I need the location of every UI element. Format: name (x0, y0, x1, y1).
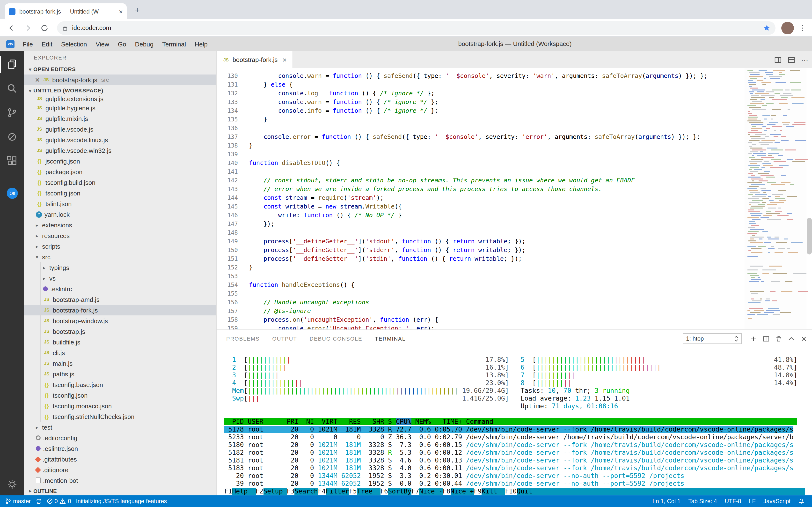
more-actions-icon[interactable]: ⋯ (801, 55, 808, 64)
back-icon[interactable] (7, 23, 16, 33)
layout-icon[interactable] (788, 56, 795, 64)
panel-tab-problems[interactable]: PROBLEMS (226, 330, 260, 347)
tree-item-tsconfig.monaco.json[interactable]: {}tsconfig.monaco.json (24, 401, 216, 411)
file-name: .gitattributes (43, 455, 77, 463)
editor[interactable]: 130 console.warn = function () { safeSen… (216, 68, 812, 330)
tree-item-gulpfile.mixin.js[interactable]: JSgulpfile.mixin.js (24, 113, 216, 124)
debug-icon[interactable] (6, 131, 18, 143)
menu-selection[interactable]: Selection (57, 40, 91, 48)
tree-item-gulpfile.vscode.js[interactable]: JSgulpfile.vscode.js (24, 124, 216, 134)
tree-item-tsconfig.json[interactable]: {}tsconfig.json (24, 188, 216, 199)
folder-chevron-icon: ▸ (43, 265, 49, 270)
terminal[interactable]: 1 [||||||||||| 17.8%] 5 [|||||||||||||||… (224, 347, 812, 495)
tree-item-bootstrap-window.js[interactable]: JSbootstrap-window.js (24, 316, 216, 326)
menu-edit[interactable]: Edit (37, 40, 57, 48)
cursor-position[interactable]: Ln 1, Col 1 (652, 498, 681, 505)
terminal-select[interactable]: 1: htop (683, 333, 742, 344)
outline-header[interactable]: ▸ OUTLINE (24, 486, 216, 495)
close-panel-icon[interactable] (800, 335, 807, 342)
tree-item-cli.js[interactable]: JScli.js (24, 347, 216, 358)
reload-icon[interactable] (40, 23, 49, 33)
notifications-bell-icon[interactable] (798, 498, 805, 505)
tab-size[interactable]: Tab Size: 4 (688, 498, 717, 505)
forward-icon[interactable] (23, 23, 33, 33)
eol[interactable]: LF (749, 498, 756, 505)
json-file-icon: {} (43, 402, 50, 409)
workspace-header[interactable]: ▾ UNTITLED (WORKSPACE) (24, 85, 216, 96)
off-badge[interactable]: Off (7, 188, 18, 199)
code-line: 142 // const stdout, stderr and stdin be… (216, 176, 745, 185)
tree-item-.eslintrc[interactable]: .eslintrc (24, 283, 216, 294)
browser-tab[interactable]: bootstrap-fork.js — Untitled (W × (5, 3, 127, 19)
split-terminal-icon[interactable] (762, 335, 770, 342)
tree-item-buildfile.js[interactable]: JSbuildfile.js (24, 337, 216, 347)
open-editors-header[interactable]: ▾ OPEN EDITORS (24, 64, 216, 74)
tree-item-vs[interactable]: ▸vs (24, 273, 216, 283)
tree-item-bootstrap.js[interactable]: JSbootstrap.js (24, 326, 216, 337)
panel-tab-terminal[interactable]: TERMINAL (375, 330, 405, 347)
new-terminal-icon[interactable] (750, 335, 757, 342)
tree-item-bootstrap-fork.js[interactable]: JSbootstrap-fork.js (24, 305, 216, 316)
menu-help[interactable]: Help (190, 40, 212, 48)
tree-item-tslint.json[interactable]: {}tslint.json (24, 199, 216, 209)
tree-item-main.js[interactable]: JSmain.js (24, 358, 216, 369)
panel-tab-output[interactable]: OUTPUT (272, 330, 297, 347)
encoding[interactable]: UTF-8 (725, 498, 741, 505)
extensions-icon[interactable] (6, 155, 18, 167)
tree-item-tsconfig.base.json[interactable]: {}tsconfig.base.json (24, 379, 216, 390)
settings-gear-icon[interactable] (6, 478, 18, 490)
tree-item-typings[interactable]: ▸typings (24, 262, 216, 273)
tab-close-icon[interactable]: × (119, 8, 123, 15)
tree-item-package.json[interactable]: {}package.json (24, 166, 216, 177)
editor-tab[interactable]: JS bootstrap-fork.js × (216, 51, 293, 68)
avatar[interactable] (781, 21, 794, 34)
problems-indicator[interactable]: 0 0 (47, 498, 71, 505)
tree-item-gulpfile.extensions.js[interactable]: JSgulpfile.extensions.js (24, 95, 216, 103)
panel-tab-debug-console[interactable]: DEBUG CONSOLE (310, 330, 362, 347)
menu-debug[interactable]: Debug (131, 40, 158, 48)
menu-file[interactable]: File (18, 40, 37, 48)
tab-close-icon[interactable]: × (283, 56, 287, 63)
menu-view[interactable]: View (91, 40, 114, 48)
bookmark-star-icon[interactable] (763, 24, 771, 32)
tree-item-.eslintrc.json[interactable]: .eslintrc.json (24, 443, 216, 454)
tree-item-paths.js[interactable]: JSpaths.js (24, 369, 216, 379)
sync-icon[interactable] (36, 498, 42, 504)
menu-terminal[interactable]: Terminal (158, 40, 190, 48)
tree-item-test[interactable]: ▸test (24, 422, 216, 433)
editor-scrollbar[interactable] (807, 218, 812, 255)
tree-item-gulpfile.vscode.linux.js[interactable]: JSgulpfile.vscode.linux.js (24, 134, 216, 145)
tree-item-gulpfile.vscode.win32.js[interactable]: JSgulpfile.vscode.win32.js (24, 145, 216, 156)
minimap[interactable] (745, 68, 806, 330)
search-icon[interactable] (6, 83, 18, 94)
explorer-icon[interactable] (6, 59, 18, 70)
maximize-panel-icon[interactable] (788, 335, 795, 342)
tree-item-scripts[interactable]: ▸scripts (24, 241, 216, 251)
source-control-icon[interactable] (6, 107, 18, 118)
menu-go[interactable]: Go (114, 40, 131, 48)
split-editor-icon[interactable] (774, 56, 782, 64)
browser-menu-icon[interactable]: ⋮ (799, 23, 806, 33)
tree-item-resources[interactable]: ▸resources (24, 230, 216, 241)
close-icon[interactable]: ✕ (35, 76, 43, 83)
url-bar[interactable]: ide.coder.com (57, 21, 775, 35)
tree-item-src[interactable]: ▾src (24, 251, 216, 262)
branch-indicator[interactable]: master (5, 498, 31, 505)
new-tab-button[interactable]: + (131, 5, 143, 16)
tree-item-.gitattributes[interactable]: .gitattributes (24, 454, 216, 464)
tree-item-.gitignore[interactable]: .gitignore (24, 464, 216, 475)
tree-item-jsconfig.json[interactable]: {}jsconfig.json (24, 156, 216, 166)
tree-item-tsconfig.json[interactable]: {}tsconfig.json (24, 390, 216, 401)
tree-item-yarn.lock[interactable]: Yyarn.lock (24, 209, 216, 220)
tree-item-tsconfig.strictNullChecks.json[interactable]: {}tsconfig.strictNullChecks.json (24, 411, 216, 422)
language-mode[interactable]: JavaScript (763, 498, 791, 505)
tree-item-gulpfile.hygiene.js[interactable]: JSgulpfile.hygiene.js (24, 103, 216, 113)
tree-item-tsconfig.build.json[interactable]: {}tsconfig.build.json (24, 177, 216, 188)
kill-terminal-icon[interactable] (775, 335, 782, 342)
tree-item-extensions[interactable]: ▸extensions (24, 220, 216, 230)
tree-item-bootstrap-amd.js[interactable]: JSbootstrap-amd.js (24, 294, 216, 305)
open-editor-item[interactable]: ✕ JS bootstrap-fork.js src (24, 74, 216, 85)
folder-chevron-icon: ▸ (43, 276, 49, 281)
tree-item-.mention-bot[interactable]: .mention-bot (24, 475, 216, 486)
tree-item-.editorconfig[interactable]: .editorconfig (24, 433, 216, 443)
